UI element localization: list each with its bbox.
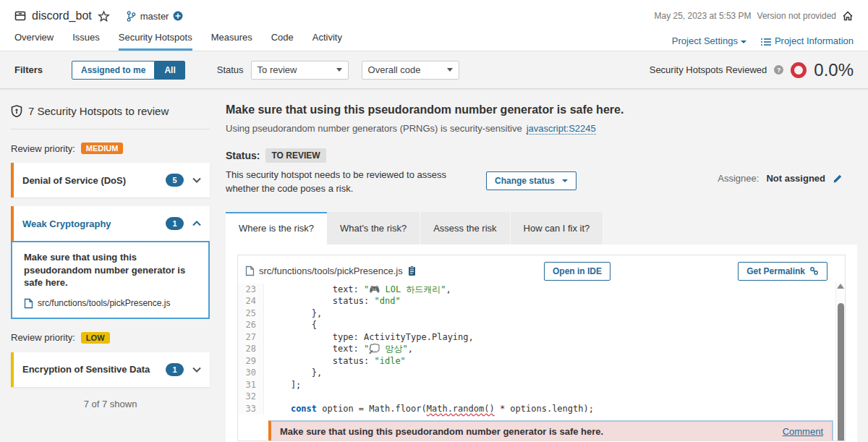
project-information-link[interactable]: Project Information xyxy=(761,35,854,46)
tab-how-can-i-fix-it[interactable]: How can I fix it? xyxy=(511,212,604,245)
rule-description: Using pseudorandom number generators (PR… xyxy=(226,123,522,134)
code-line[interactable]: 28 text: "💭 망상", xyxy=(238,343,845,355)
assignee-filter-toggle: Assigned to me All xyxy=(72,61,185,80)
analysis-date: May 25, 2023 at 5:53 PM xyxy=(655,11,752,21)
code-line[interactable]: 33 const option = Math.floor(Math.random… xyxy=(238,403,845,415)
status-label: Status: xyxy=(226,150,260,161)
rule-key-link[interactable]: javascript:S2245 xyxy=(527,123,596,135)
code-line[interactable]: 23 text: "🎮 LOL 하드캐리", xyxy=(238,284,845,296)
priority-badge-medium: MEDIUM xyxy=(81,143,124,154)
hotspot-file-path: src/functions/tools/pickPresence.js xyxy=(38,298,170,308)
scroll-up-icon[interactable] xyxy=(837,284,844,289)
code-lines[interactable]: 23 text: "🎮 LOL 하드캐리",24 status: "dnd"25… xyxy=(238,284,845,415)
file-icon xyxy=(245,265,255,276)
category-card-encryption[interactable]: Encryption of Sensitive Data 1 xyxy=(11,352,210,387)
priority-label: Review priority: xyxy=(11,143,75,154)
code-line[interactable]: 26 { xyxy=(238,319,845,331)
file-icon xyxy=(24,298,33,309)
code-viewer: src/functions/tools/pickPresence.js Open… xyxy=(237,255,846,441)
all-button[interactable]: All xyxy=(155,61,184,80)
priority-badge-low: LOW xyxy=(81,332,110,344)
reviewed-label: Security Hotspots Reviewed xyxy=(650,64,767,75)
hotspot-detail-title: Make sure that using this pseudorandom n… xyxy=(226,103,857,116)
chevron-down-icon xyxy=(336,68,342,72)
home-icon[interactable] xyxy=(842,10,854,22)
hotspot-detail: Make sure that using this pseudorandom n… xyxy=(226,102,857,441)
project-icon xyxy=(14,10,26,22)
project-nav: Overview Issues Security Hotspots Measur… xyxy=(14,32,342,51)
nav-tab-code[interactable]: Code xyxy=(271,32,294,51)
code-line[interactable]: 31 ]; xyxy=(238,379,845,391)
top-header: discord_bot master May 25, 2023 at 5:53 … xyxy=(0,0,868,51)
status-description: This security hotspot needs to be review… xyxy=(226,169,464,196)
priority-label: Review priority: xyxy=(11,332,75,343)
copy-clipboard-icon[interactable] xyxy=(407,265,417,276)
list-icon xyxy=(761,38,771,46)
comment-link[interactable]: Comment xyxy=(783,426,823,437)
filters-bar: Filters Assigned to me All Status To rev… xyxy=(0,51,868,89)
sidebar-title: 7 Security Hotspots to review xyxy=(28,105,169,117)
chevron-up-icon[interactable] xyxy=(192,221,201,226)
tab-where-is-the-risk[interactable]: Where is the risk? xyxy=(226,212,327,245)
risk-tab-panel: src/functions/tools/pickPresence.js Open… xyxy=(226,245,857,442)
issue-message: Make sure that using this pseudorandom n… xyxy=(280,426,603,437)
code-line[interactable]: 27 type: ActivityType.Playing, xyxy=(238,331,845,344)
tab-whats-the-risk[interactable]: What's the risk? xyxy=(327,212,420,245)
chevron-down-icon[interactable] xyxy=(192,177,201,183)
assigned-to-me-button[interactable]: Assigned to me xyxy=(72,61,155,80)
get-permalink-button[interactable]: Get Permalink xyxy=(738,262,827,281)
filters-label: Filters xyxy=(14,64,43,75)
chevron-down-icon[interactable] xyxy=(192,367,201,373)
nav-tab-security-hotspots[interactable]: Security Hotspots xyxy=(119,32,192,51)
hotspot-list-item[interactable]: Make sure that using this pseudorandom n… xyxy=(11,241,210,319)
branch-info-icon[interactable] xyxy=(173,11,183,21)
status-badge: TO REVIEW xyxy=(265,148,326,163)
code-file-path: src/functions/tools/pickPresence.js xyxy=(259,265,403,276)
assignee-value: Not assigned xyxy=(766,173,825,184)
chevron-down-icon xyxy=(741,41,746,43)
shown-count: 7 of 7 shown xyxy=(11,399,210,409)
category-card-dos[interactable]: Denial of Service (DoS) 5 xyxy=(11,163,210,197)
nav-tab-activity[interactable]: Activity xyxy=(312,32,342,51)
nav-tab-issues[interactable]: Issues xyxy=(72,32,100,51)
help-icon[interactable]: ? xyxy=(774,65,783,75)
permalink-icon xyxy=(809,266,819,276)
count-badge: 5 xyxy=(166,174,184,187)
change-status-button[interactable]: Change status xyxy=(486,171,576,190)
code-line[interactable]: 32 xyxy=(238,391,845,403)
scope-filter-select[interactable]: Overall code xyxy=(362,61,459,80)
status-filter-label: Status xyxy=(217,64,244,75)
chevron-down-icon xyxy=(447,68,453,72)
code-line[interactable]: 25 }, xyxy=(238,307,845,320)
hotspots-sidebar: 7 Security Hotspots to review Review pri… xyxy=(11,102,210,441)
code-scrollbar[interactable] xyxy=(835,281,845,441)
risk-tabs: Where is the risk? What's the risk? Asse… xyxy=(226,212,857,245)
count-badge: 1 xyxy=(166,363,184,376)
reviewed-percentage: 0.0% xyxy=(814,60,854,80)
status-filter-select[interactable]: To review xyxy=(251,61,349,80)
project-name: discord_bot xyxy=(32,9,92,22)
branch-name[interactable]: master xyxy=(140,11,169,22)
scrollbar-thumb[interactable] xyxy=(838,303,844,441)
nav-tab-overview[interactable]: Overview xyxy=(14,32,54,51)
edit-pencil-icon[interactable] xyxy=(833,174,843,184)
assignee-label: Assignee: xyxy=(718,173,759,184)
branch-icon xyxy=(126,11,136,22)
hotspot-title: Make sure that using this pseudorandom n… xyxy=(24,251,200,289)
count-badge: 1 xyxy=(166,217,184,230)
inline-issue-row[interactable]: Make sure that using this pseudorandom n… xyxy=(268,420,833,441)
code-line[interactable]: 29 status: "idle" xyxy=(238,355,845,367)
favorite-star-icon[interactable] xyxy=(98,10,110,22)
code-line[interactable]: 30 }, xyxy=(238,367,845,379)
chevron-down-icon xyxy=(562,179,568,182)
project-settings-menu[interactable]: Project Settings xyxy=(672,35,746,46)
category-card-weak-cryptography[interactable]: Weak Cryptography 1 xyxy=(11,206,210,241)
nav-tab-measures[interactable]: Measures xyxy=(211,32,252,51)
security-hotspot-icon xyxy=(11,105,22,117)
reviewed-gauge-icon xyxy=(791,62,807,78)
open-in-ide-button[interactable]: Open in IDE xyxy=(544,262,610,281)
version-label: Version not provided xyxy=(757,11,836,21)
tab-assess-the-risk[interactable]: Assess the risk xyxy=(420,212,510,245)
code-line[interactable]: 24 status: "dnd" xyxy=(238,295,845,307)
